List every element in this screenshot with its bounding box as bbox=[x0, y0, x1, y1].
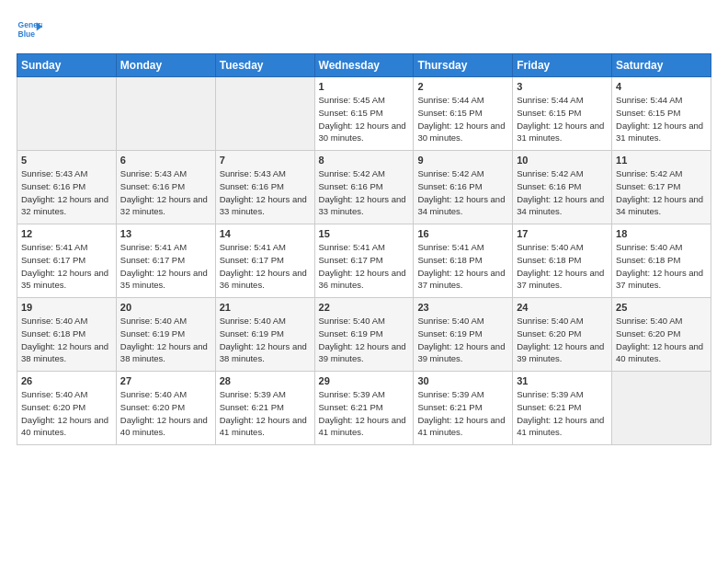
header-day-friday: Friday bbox=[513, 54, 612, 77]
day-info: Sunrise: 5:39 AM Sunset: 6:21 PM Dayligh… bbox=[220, 388, 311, 439]
table-row bbox=[215, 77, 314, 151]
day-info: Sunrise: 5:44 AM Sunset: 6:15 PM Dayligh… bbox=[517, 94, 608, 144]
day-number: 27 bbox=[120, 375, 211, 386]
table-row: 18Sunrise: 5:40 AM Sunset: 6:18 PM Dayli… bbox=[612, 224, 711, 298]
day-number: 6 bbox=[120, 155, 211, 166]
table-row: 29Sunrise: 5:39 AM Sunset: 6:21 PM Dayli… bbox=[314, 372, 414, 445]
day-number: 3 bbox=[517, 81, 608, 92]
day-number: 13 bbox=[120, 228, 211, 239]
day-info: Sunrise: 5:40 AM Sunset: 6:20 PM Dayligh… bbox=[517, 315, 608, 365]
day-info: Sunrise: 5:41 AM Sunset: 6:17 PM Dayligh… bbox=[319, 241, 410, 292]
day-info: Sunrise: 5:40 AM Sunset: 6:19 PM Dayligh… bbox=[319, 315, 410, 365]
day-number: 22 bbox=[319, 302, 410, 313]
day-number: 10 bbox=[517, 155, 608, 166]
day-info: Sunrise: 5:43 AM Sunset: 6:16 PM Dayligh… bbox=[21, 167, 112, 218]
day-number: 16 bbox=[417, 228, 508, 239]
table-row: 16Sunrise: 5:41 AM Sunset: 6:18 PM Dayli… bbox=[414, 224, 513, 298]
header-row: SundayMondayTuesdayWednesdayThursdayFrid… bbox=[17, 54, 711, 77]
table-row bbox=[17, 77, 117, 151]
header-day-sunday: Sunday bbox=[17, 54, 117, 77]
week-row-0: 1Sunrise: 5:45 AM Sunset: 6:15 PM Daylig… bbox=[17, 77, 711, 151]
header-day-thursday: Thursday bbox=[414, 54, 513, 77]
day-info: Sunrise: 5:42 AM Sunset: 6:17 PM Dayligh… bbox=[616, 167, 707, 218]
day-info: Sunrise: 5:44 AM Sunset: 6:15 PM Dayligh… bbox=[616, 94, 707, 144]
day-info: Sunrise: 5:42 AM Sunset: 6:16 PM Dayligh… bbox=[319, 167, 410, 218]
day-number: 17 bbox=[517, 228, 608, 239]
day-number: 26 bbox=[21, 375, 112, 386]
day-number: 28 bbox=[220, 375, 311, 386]
day-info: Sunrise: 5:43 AM Sunset: 6:16 PM Dayligh… bbox=[220, 167, 311, 218]
day-info: Sunrise: 5:40 AM Sunset: 6:18 PM Dayligh… bbox=[616, 241, 707, 292]
day-number: 20 bbox=[120, 302, 211, 313]
table-row: 19Sunrise: 5:40 AM Sunset: 6:18 PM Dayli… bbox=[17, 298, 117, 372]
table-row: 24Sunrise: 5:40 AM Sunset: 6:20 PM Dayli… bbox=[513, 298, 612, 372]
svg-text:Blue: Blue bbox=[18, 29, 36, 39]
day-number: 18 bbox=[616, 228, 707, 239]
table-row: 28Sunrise: 5:39 AM Sunset: 6:21 PM Dayli… bbox=[215, 372, 314, 445]
day-info: Sunrise: 5:39 AM Sunset: 6:21 PM Dayligh… bbox=[517, 388, 608, 439]
table-row: 13Sunrise: 5:41 AM Sunset: 6:17 PM Dayli… bbox=[116, 224, 215, 298]
day-info: Sunrise: 5:42 AM Sunset: 6:16 PM Dayligh… bbox=[417, 167, 508, 218]
header: General Blue bbox=[17, 17, 711, 42]
page: General Blue SundayMondayTuesdayWednesda… bbox=[0, 0, 728, 563]
day-number: 30 bbox=[417, 375, 508, 386]
header-day-saturday: Saturday bbox=[612, 54, 711, 77]
day-info: Sunrise: 5:40 AM Sunset: 6:19 PM Dayligh… bbox=[220, 315, 311, 365]
calendar-header: SundayMondayTuesdayWednesdayThursdayFrid… bbox=[17, 54, 711, 77]
table-row: 25Sunrise: 5:40 AM Sunset: 6:20 PM Dayli… bbox=[612, 298, 711, 372]
table-row: 11Sunrise: 5:42 AM Sunset: 6:17 PM Dayli… bbox=[612, 151, 711, 224]
day-info: Sunrise: 5:40 AM Sunset: 6:20 PM Dayligh… bbox=[21, 388, 112, 439]
table-row: 31Sunrise: 5:39 AM Sunset: 6:21 PM Dayli… bbox=[513, 372, 612, 445]
day-info: Sunrise: 5:44 AM Sunset: 6:15 PM Dayligh… bbox=[417, 94, 508, 144]
table-row: 23Sunrise: 5:40 AM Sunset: 6:19 PM Dayli… bbox=[414, 298, 513, 372]
day-number: 12 bbox=[21, 228, 112, 239]
day-info: Sunrise: 5:40 AM Sunset: 6:18 PM Dayligh… bbox=[21, 315, 112, 365]
table-row: 22Sunrise: 5:40 AM Sunset: 6:19 PM Dayli… bbox=[314, 298, 414, 372]
table-row: 9Sunrise: 5:42 AM Sunset: 6:16 PM Daylig… bbox=[414, 151, 513, 224]
table-row: 17Sunrise: 5:40 AM Sunset: 6:18 PM Dayli… bbox=[513, 224, 612, 298]
week-row-4: 26Sunrise: 5:40 AM Sunset: 6:20 PM Dayli… bbox=[17, 372, 711, 445]
table-row: 20Sunrise: 5:40 AM Sunset: 6:19 PM Dayli… bbox=[116, 298, 215, 372]
table-row: 15Sunrise: 5:41 AM Sunset: 6:17 PM Dayli… bbox=[314, 224, 414, 298]
header-day-tuesday: Tuesday bbox=[215, 54, 314, 77]
day-number: 23 bbox=[417, 302, 508, 313]
header-day-wednesday: Wednesday bbox=[314, 54, 414, 77]
table-row: 27Sunrise: 5:40 AM Sunset: 6:20 PM Dayli… bbox=[116, 372, 215, 445]
day-info: Sunrise: 5:43 AM Sunset: 6:16 PM Dayligh… bbox=[120, 167, 211, 218]
table-row: 3Sunrise: 5:44 AM Sunset: 6:15 PM Daylig… bbox=[513, 77, 612, 151]
day-number: 31 bbox=[517, 375, 608, 386]
day-number: 2 bbox=[417, 81, 508, 92]
day-number: 1 bbox=[319, 81, 410, 92]
day-info: Sunrise: 5:41 AM Sunset: 6:18 PM Dayligh… bbox=[417, 241, 508, 292]
day-number: 4 bbox=[616, 81, 707, 92]
day-info: Sunrise: 5:40 AM Sunset: 6:19 PM Dayligh… bbox=[120, 315, 211, 365]
table-row: 21Sunrise: 5:40 AM Sunset: 6:19 PM Dayli… bbox=[215, 298, 314, 372]
day-info: Sunrise: 5:40 AM Sunset: 6:18 PM Dayligh… bbox=[517, 241, 608, 292]
table-row: 2Sunrise: 5:44 AM Sunset: 6:15 PM Daylig… bbox=[414, 77, 513, 151]
table-row: 5Sunrise: 5:43 AM Sunset: 6:16 PM Daylig… bbox=[17, 151, 117, 224]
week-row-1: 5Sunrise: 5:43 AM Sunset: 6:16 PM Daylig… bbox=[17, 151, 711, 224]
calendar-body: 1Sunrise: 5:45 AM Sunset: 6:15 PM Daylig… bbox=[17, 77, 711, 445]
table-row: 7Sunrise: 5:43 AM Sunset: 6:16 PM Daylig… bbox=[215, 151, 314, 224]
day-number: 24 bbox=[517, 302, 608, 313]
table-row: 1Sunrise: 5:45 AM Sunset: 6:15 PM Daylig… bbox=[314, 77, 414, 151]
day-info: Sunrise: 5:40 AM Sunset: 6:19 PM Dayligh… bbox=[417, 315, 508, 365]
day-number: 14 bbox=[220, 228, 311, 239]
day-info: Sunrise: 5:41 AM Sunset: 6:17 PM Dayligh… bbox=[120, 241, 211, 292]
table-row: 8Sunrise: 5:42 AM Sunset: 6:16 PM Daylig… bbox=[314, 151, 414, 224]
table-row bbox=[116, 77, 215, 151]
table-row bbox=[612, 372, 711, 445]
day-number: 7 bbox=[220, 155, 311, 166]
day-info: Sunrise: 5:40 AM Sunset: 6:20 PM Dayligh… bbox=[616, 315, 707, 365]
day-number: 19 bbox=[21, 302, 112, 313]
day-info: Sunrise: 5:42 AM Sunset: 6:16 PM Dayligh… bbox=[517, 167, 608, 218]
day-number: 11 bbox=[616, 155, 707, 166]
day-number: 15 bbox=[319, 228, 410, 239]
day-info: Sunrise: 5:41 AM Sunset: 6:17 PM Dayligh… bbox=[220, 241, 311, 292]
table-row: 12Sunrise: 5:41 AM Sunset: 6:17 PM Dayli… bbox=[17, 224, 117, 298]
day-info: Sunrise: 5:39 AM Sunset: 6:21 PM Dayligh… bbox=[319, 388, 410, 439]
table-row: 6Sunrise: 5:43 AM Sunset: 6:16 PM Daylig… bbox=[116, 151, 215, 224]
logo: General Blue bbox=[17, 17, 46, 42]
day-info: Sunrise: 5:45 AM Sunset: 6:15 PM Dayligh… bbox=[319, 94, 410, 144]
logo-icon: General Blue bbox=[17, 17, 42, 42]
